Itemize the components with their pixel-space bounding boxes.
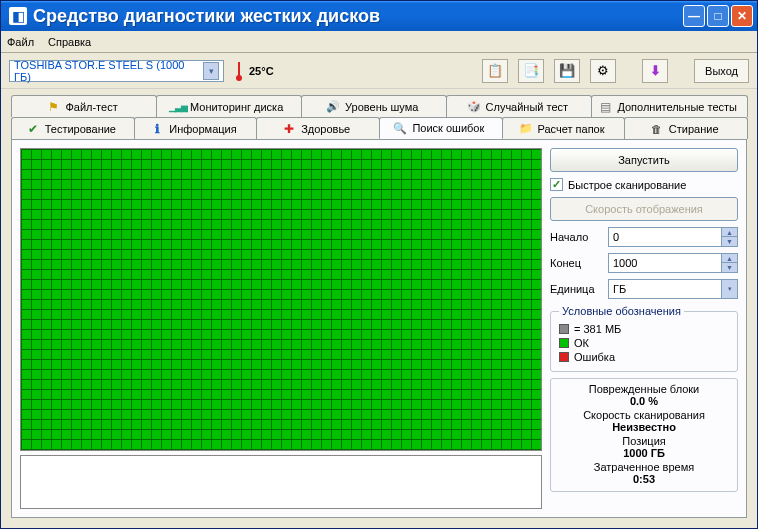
label-position: Позиция [557, 435, 731, 447]
drive-select-value: TOSHIBA STOR.E STEEL S (1000 ГБ) [14, 59, 203, 83]
drive-select[interactable]: TOSHIBA STOR.E STEEL S (1000 ГБ) ▾ [9, 60, 224, 82]
temperature-indicator: 25°C [234, 61, 274, 81]
tab-folders[interactable]: Расчет папок [502, 117, 626, 139]
unit-select[interactable]: ГБ ▾ [608, 279, 738, 299]
temperature-value: 25°C [249, 65, 274, 77]
exit-button[interactable]: Выход [694, 59, 749, 83]
close-button[interactable]: ✕ [731, 5, 753, 27]
folder-icon [519, 122, 533, 136]
toolbar: TOSHIBA STOR.E STEEL S (1000 ГБ) ▾ 25°C … [1, 53, 757, 89]
flag-icon [46, 100, 60, 114]
unit-label: Единица [550, 283, 602, 295]
label-damaged: Поврежденные блоки [557, 383, 731, 395]
start-button[interactable]: Запустить [550, 148, 738, 172]
end-input[interactable]: 1000 ▲▼ [608, 253, 738, 273]
legend-square-error [559, 352, 569, 362]
tab-health[interactable]: Здоровье [256, 117, 380, 139]
tab-noise[interactable]: Уровень шума [301, 95, 447, 117]
tab-info[interactable]: Информация [134, 117, 258, 139]
value-speed: Неизвестно [557, 421, 731, 433]
titlebar: ◧ Средство диагностики жестких дисков — … [1, 1, 757, 31]
tab-monitoring[interactable]: Мониторинг диска [156, 95, 302, 117]
legend-box: Условные обозначения = 381 МБ ОК Ошибка [550, 305, 738, 372]
health-icon [282, 122, 296, 136]
tab-erase[interactable]: Стирание [624, 117, 748, 139]
dice-icon [467, 100, 481, 114]
spinner-down-icon[interactable]: ▼ [721, 237, 737, 246]
thermometer-icon [234, 61, 244, 81]
spinner-down-icon[interactable]: ▼ [721, 263, 737, 272]
minimize-button[interactable]: — [683, 5, 705, 27]
tab-errors[interactable]: Поиск ошибок [379, 117, 503, 139]
render-speed-button: Скорость отображения [550, 197, 738, 221]
maximize-button[interactable]: □ [707, 5, 729, 27]
value-position: 1000 ГБ [557, 447, 731, 459]
spinner-up-icon[interactable]: ▲ [721, 228, 737, 237]
grid-icon [598, 100, 612, 114]
tab-testing[interactable]: Тестирование [11, 117, 135, 139]
tab-random[interactable]: Случайный тест [446, 95, 592, 117]
legend-square-block [559, 324, 569, 334]
log-output [20, 455, 542, 509]
tab-extra[interactable]: Дополнительные тесты [591, 95, 748, 117]
toolbar-button-save[interactable]: 💾 [554, 59, 580, 83]
search-icon [393, 121, 407, 135]
end-label: Конец [550, 257, 602, 269]
quick-scan-label: Быстрое сканирование [568, 179, 686, 191]
chart-icon [171, 100, 185, 114]
menu-file[interactable]: Файл [7, 36, 34, 48]
start-input[interactable]: 0 ▲▼ [608, 227, 738, 247]
check-icon [26, 122, 40, 136]
menu-help[interactable]: Справка [48, 36, 91, 48]
value-damaged: 0.0 % [557, 395, 731, 407]
menubar: Файл Справка [1, 31, 757, 53]
label-speed: Скорость сканирования [557, 409, 731, 421]
toolbar-button-copy[interactable]: 📋 [482, 59, 508, 83]
toolbar-button-settings[interactable]: ⚙ [590, 59, 616, 83]
window-title: Средство диагностики жестких дисков [33, 6, 683, 27]
tab-file-test[interactable]: Файл-тест [11, 95, 157, 117]
spinner-up-icon[interactable]: ▲ [721, 254, 737, 263]
app-icon: ◧ [9, 7, 27, 25]
label-elapsed: Затраченное время [557, 461, 731, 473]
start-label: Начало [550, 231, 602, 243]
chevron-down-icon: ▾ [203, 62, 219, 80]
toolbar-button-copy2[interactable]: 📑 [518, 59, 544, 83]
info-icon [150, 122, 164, 136]
block-map [20, 148, 542, 451]
legend-square-ok [559, 338, 569, 348]
sound-icon [326, 100, 340, 114]
tab-panel: Запустить ✓ Быстрое сканирование Скорост… [11, 139, 747, 518]
legend-title: Условные обозначения [559, 305, 684, 317]
value-elapsed: 0:53 [557, 473, 731, 485]
stats-box: Поврежденные блоки 0.0 % Скорость сканир… [550, 378, 738, 492]
trash-icon [650, 122, 664, 136]
quick-scan-checkbox[interactable]: ✓ [550, 178, 563, 191]
toolbar-button-down[interactable]: ⬇ [642, 59, 668, 83]
chevron-down-icon: ▾ [721, 280, 737, 298]
